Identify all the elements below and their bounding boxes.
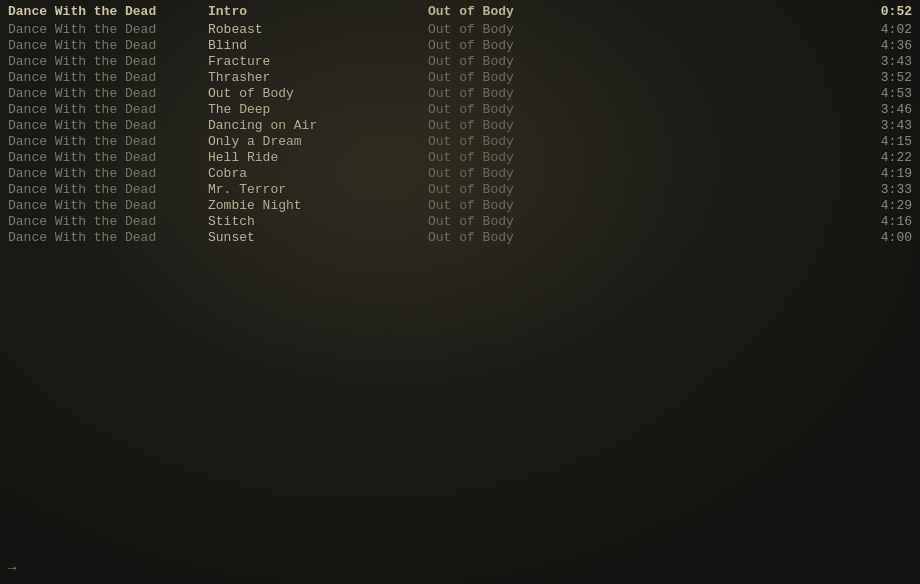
- track-duration: 4:53: [852, 86, 912, 102]
- track-list-header: Dance With the Dead Intro Out of Body 0:…: [0, 4, 920, 20]
- table-row[interactable]: Dance With the DeadDancing on AirOut of …: [0, 118, 920, 134]
- track-duration: 4:19: [852, 166, 912, 182]
- track-duration: 4:16: [852, 214, 912, 230]
- header-duration: 0:52: [852, 4, 912, 20]
- table-row[interactable]: Dance With the DeadMr. TerrorOut of Body…: [0, 182, 920, 198]
- track-title: Only a Dream: [208, 134, 428, 150]
- table-row[interactable]: Dance With the DeadHell RideOut of Body4…: [0, 150, 920, 166]
- track-artist: Dance With the Dead: [8, 134, 208, 150]
- track-duration: 3:43: [852, 54, 912, 70]
- table-row[interactable]: Dance With the DeadStitchOut of Body4:16: [0, 214, 920, 230]
- track-album: Out of Body: [428, 22, 852, 38]
- track-artist: Dance With the Dead: [8, 166, 208, 182]
- track-album: Out of Body: [428, 70, 852, 86]
- track-title: Thrasher: [208, 70, 428, 86]
- header-title: Intro: [208, 4, 428, 20]
- track-artist: Dance With the Dead: [8, 230, 208, 246]
- table-row[interactable]: Dance With the DeadRobeastOut of Body4:0…: [0, 22, 920, 38]
- track-album: Out of Body: [428, 38, 852, 54]
- track-duration: 3:33: [852, 182, 912, 198]
- track-title: The Deep: [208, 102, 428, 118]
- track-artist: Dance With the Dead: [8, 54, 208, 70]
- track-artist: Dance With the Dead: [8, 214, 208, 230]
- table-row[interactable]: Dance With the DeadOnly a DreamOut of Bo…: [0, 134, 920, 150]
- track-title: Zombie Night: [208, 198, 428, 214]
- table-row[interactable]: Dance With the DeadCobraOut of Body4:19: [0, 166, 920, 182]
- track-duration: 4:29: [852, 198, 912, 214]
- track-album: Out of Body: [428, 214, 852, 230]
- track-album: Out of Body: [428, 118, 852, 134]
- table-row[interactable]: Dance With the DeadFractureOut of Body3:…: [0, 54, 920, 70]
- track-artist: Dance With the Dead: [8, 38, 208, 54]
- track-artist: Dance With the Dead: [8, 102, 208, 118]
- track-album: Out of Body: [428, 166, 852, 182]
- track-album: Out of Body: [428, 150, 852, 166]
- track-title: Blind: [208, 38, 428, 54]
- track-album: Out of Body: [428, 230, 852, 246]
- track-duration: 4:00: [852, 230, 912, 246]
- track-title: Cobra: [208, 166, 428, 182]
- track-duration: 4:36: [852, 38, 912, 54]
- header-artist: Dance With the Dead: [8, 4, 208, 20]
- table-row[interactable]: Dance With the DeadOut of BodyOut of Bod…: [0, 86, 920, 102]
- track-album: Out of Body: [428, 198, 852, 214]
- header-album: Out of Body: [428, 4, 852, 20]
- track-duration: 3:43: [852, 118, 912, 134]
- table-row[interactable]: Dance With the DeadThe DeepOut of Body3:…: [0, 102, 920, 118]
- track-duration: 4:22: [852, 150, 912, 166]
- track-title: Mr. Terror: [208, 182, 428, 198]
- track-artist: Dance With the Dead: [8, 182, 208, 198]
- track-artist: Dance With the Dead: [8, 150, 208, 166]
- track-list: Dance With the Dead Intro Out of Body 0:…: [0, 0, 920, 250]
- track-album: Out of Body: [428, 182, 852, 198]
- track-title: Fracture: [208, 54, 428, 70]
- track-artist: Dance With the Dead: [8, 86, 208, 102]
- arrow-indicator: →: [8, 560, 16, 576]
- track-title: Out of Body: [208, 86, 428, 102]
- track-duration: 4:15: [852, 134, 912, 150]
- track-album: Out of Body: [428, 54, 852, 70]
- table-row[interactable]: Dance With the DeadBlindOut of Body4:36: [0, 38, 920, 54]
- table-row[interactable]: Dance With the DeadZombie NightOut of Bo…: [0, 198, 920, 214]
- track-duration: 4:02: [852, 22, 912, 38]
- track-artist: Dance With the Dead: [8, 198, 208, 214]
- track-title: Robeast: [208, 22, 428, 38]
- track-duration: 3:46: [852, 102, 912, 118]
- track-title: Stitch: [208, 214, 428, 230]
- track-artist: Dance With the Dead: [8, 22, 208, 38]
- track-album: Out of Body: [428, 86, 852, 102]
- table-row[interactable]: Dance With the DeadSunsetOut of Body4:00: [0, 230, 920, 246]
- track-album: Out of Body: [428, 102, 852, 118]
- track-artist: Dance With the Dead: [8, 70, 208, 86]
- track-duration: 3:52: [852, 70, 912, 86]
- track-title: Sunset: [208, 230, 428, 246]
- track-album: Out of Body: [428, 134, 852, 150]
- table-row[interactable]: Dance With the DeadThrasherOut of Body3:…: [0, 70, 920, 86]
- track-artist: Dance With the Dead: [8, 118, 208, 134]
- track-title: Dancing on Air: [208, 118, 428, 134]
- track-title: Hell Ride: [208, 150, 428, 166]
